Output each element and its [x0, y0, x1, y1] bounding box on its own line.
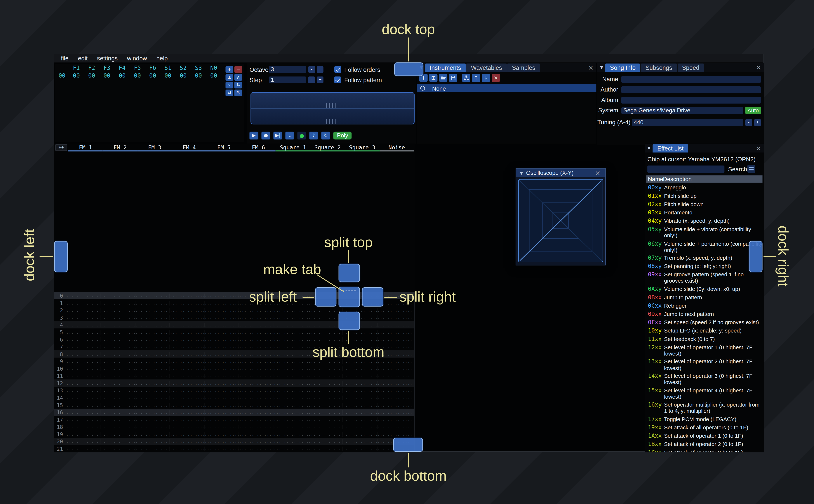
song-info-tab-subsongs[interactable]: Subsongs	[641, 64, 677, 72]
effect-row-1Bxx[interactable]: 1BxxSet attack of operator 2 (0 to 1F)	[646, 441, 762, 447]
pattern-cell[interactable]: ... .. .. ....	[273, 410, 308, 414]
effect-row-04xy[interactable]: 04xyVibrato (x: speed; y: depth)	[646, 218, 762, 224]
pattern-cell[interactable]: ... .. .. ....	[100, 373, 135, 378]
pattern-cell[interactable]: ... .. .. ....	[100, 330, 135, 334]
pattern-cell[interactable]: ... .. .. ....	[169, 410, 204, 414]
effect-row-03xx[interactable]: 03xxPortamento	[646, 209, 762, 216]
pattern-cell[interactable]: ... .. .. ....	[169, 330, 204, 334]
effect-row-01xx[interactable]: 01xxPitch slide up	[646, 193, 762, 199]
pattern-cell[interactable]: ... .. .. ....	[169, 395, 204, 400]
pattern-cell[interactable]: ... .. .. ....	[66, 395, 100, 400]
channel-header-fm-4[interactable]: FM 4	[172, 144, 207, 151]
pattern-cell[interactable]: ... .. .. ....	[273, 337, 308, 342]
pattern-cell[interactable]: ... .. .. ....	[377, 395, 412, 400]
pattern-cell[interactable]: ... .. .. ....	[308, 446, 342, 451]
pattern-cell[interactable]: ... .. .. ....	[377, 315, 412, 320]
pattern-cell[interactable]: ... .. .. ....	[204, 301, 238, 305]
pattern-cell[interactable]: ... .. .. ....	[273, 417, 308, 422]
follow-orders-checkbox[interactable]	[334, 66, 341, 73]
pattern-cell[interactable]: ... .. .. ....	[135, 330, 169, 334]
pattern-cell[interactable]: ... .. .. ....	[66, 446, 100, 451]
pattern-cell[interactable]: ... .. .. ....	[204, 424, 238, 429]
order-duplicate-button[interactable]: ⊞	[225, 74, 233, 81]
pattern-cell[interactable]: ... .. .. ....	[342, 337, 377, 342]
pattern-cell[interactable]: ... .. .. ....	[204, 293, 238, 298]
repeat-pattern-button[interactable]: ↻	[321, 132, 330, 139]
pattern-cell[interactable]: ... .. .. ....	[342, 410, 377, 414]
pattern-cell[interactable]: ... .. .. ....	[169, 344, 204, 349]
pattern-cell[interactable]: ... .. .. ....	[100, 395, 135, 400]
pattern-cell[interactable]: ... .. .. ....	[238, 446, 273, 451]
pattern-cell[interactable]: ... .. .. ....	[204, 337, 238, 342]
orders-pattern-cell[interactable]: 00	[145, 72, 160, 79]
pattern-cell[interactable]: ... .. .. ....	[273, 424, 308, 429]
pattern-cell[interactable]: ... .. .. ....	[66, 315, 100, 320]
effect-row-08xy[interactable]: 08xySet panning (x: left; y: right)	[646, 263, 762, 270]
menu-item-window[interactable]: window	[122, 55, 152, 62]
effect-row-0Dxx[interactable]: 0DxxJump to next pattern	[646, 311, 762, 317]
pattern-cell[interactable]: ... .. .. ....	[273, 439, 308, 444]
pattern-cell[interactable]: ... .. .. ....	[204, 330, 238, 334]
pattern-cell[interactable]: ... .. .. ....	[308, 388, 342, 393]
pattern-cell[interactable]: ... .. .. ....	[135, 410, 169, 414]
channel-header-fm-3[interactable]: FM 3	[137, 144, 172, 151]
pattern-cell[interactable]: ... .. .. ....	[238, 337, 273, 342]
stop-button[interactable]: ●	[261, 132, 270, 139]
record-button[interactable]: ●	[297, 132, 306, 139]
pattern-cell[interactable]: ... .. .. ....	[238, 344, 273, 349]
pattern-cell[interactable]: ... .. .. ....	[377, 381, 412, 385]
channel-header-fm-5[interactable]: FM 5	[206, 144, 241, 151]
pattern-cell[interactable]: ... .. .. ....	[238, 388, 273, 393]
pattern-cell[interactable]: ... .. .. ....	[342, 366, 377, 371]
effect-search-input[interactable]	[647, 165, 724, 173]
pattern-cell[interactable]: ... .. .. ....	[273, 322, 308, 327]
order-move-down-button[interactable]: ∨	[225, 82, 233, 89]
pattern-cell[interactable]: ... .. .. ....	[135, 424, 169, 429]
effect-row-10xy[interactable]: 10xySetup LFO (x: enable; y: speed)	[646, 327, 762, 334]
pattern-cell[interactable]: ... .. .. ....	[238, 417, 273, 422]
pattern-cell[interactable]: ... .. .. ....	[135, 315, 169, 320]
pattern-cell[interactable]: ... .. .. ....	[238, 352, 273, 356]
pattern-cell[interactable]: ... .. .. ....	[100, 359, 135, 363]
pattern-cell[interactable]: ... .. .. ....	[169, 446, 204, 451]
pattern-cell[interactable]: ... .. .. ....	[135, 417, 169, 422]
pattern-cell[interactable]: ... .. .. ....	[238, 373, 273, 378]
step-decrease-button[interactable]: -	[308, 76, 315, 83]
orders-pattern-cell[interactable]: 00	[114, 72, 130, 79]
orders-pattern-cell[interactable]: 00	[130, 72, 145, 79]
pattern-cell[interactable]: ... .. .. ....	[308, 432, 342, 436]
effect-row-02xx[interactable]: 02xxPitch slide down	[646, 201, 762, 208]
dock-target-bottom[interactable]	[393, 438, 423, 452]
metronome-button[interactable]: ♪	[309, 132, 318, 139]
menu-item-settings[interactable]: settings	[92, 55, 122, 62]
pattern-cell[interactable]: ... .. .. ....	[204, 344, 238, 349]
effect-row-05xy[interactable]: 05xyVolume slide + vibrato (compatibilit…	[646, 226, 762, 239]
pattern-cell[interactable]: ... .. .. ....	[377, 308, 412, 312]
pattern-cell[interactable]: ... .. .. ....	[204, 308, 238, 312]
pattern-cell[interactable]: ... .. .. ....	[308, 373, 342, 378]
step-input[interactable]: 1	[269, 76, 306, 83]
pattern-cell[interactable]: ... .. .. ....	[238, 395, 273, 400]
pattern-cell[interactable]: ... .. .. ....	[169, 352, 204, 356]
pattern-cell[interactable]: ... .. .. ....	[100, 308, 135, 312]
oscilloscope-close-button[interactable]: ×	[595, 169, 601, 177]
pattern-cell[interactable]: ... .. .. ....	[169, 424, 204, 429]
pattern-cell[interactable]: ... .. .. ....	[66, 359, 100, 363]
song-album-input[interactable]	[621, 97, 761, 103]
pattern-cell[interactable]: ... .. .. ....	[135, 381, 169, 385]
pattern-cell[interactable]: ... .. .. ....	[169, 381, 204, 385]
effect-row-00xy[interactable]: 00xyArpeggio	[646, 184, 762, 191]
tuning-input[interactable]: 440	[632, 119, 743, 126]
pattern-cell[interactable]: ... .. .. ....	[342, 395, 377, 400]
pattern-cell[interactable]: ... .. .. ....	[273, 446, 308, 451]
song-info-tab-speed[interactable]: Speed	[677, 64, 704, 72]
octave-increase-button[interactable]: +	[317, 66, 323, 73]
pattern-cell[interactable]: ... .. .. ....	[66, 403, 100, 407]
poly-toggle-button[interactable]: Poly	[333, 132, 352, 139]
dock-target-top[interactable]	[394, 62, 424, 76]
octave-decrease-button[interactable]: -	[308, 66, 315, 73]
tuning-increase-button[interactable]: +	[754, 119, 761, 126]
song-info-collapse-icon[interactable]: ▼	[600, 65, 603, 70]
oscilloscope-collapse-icon[interactable]: ▼	[520, 170, 523, 175]
orders-pattern-cell[interactable]: 00	[191, 72, 206, 79]
